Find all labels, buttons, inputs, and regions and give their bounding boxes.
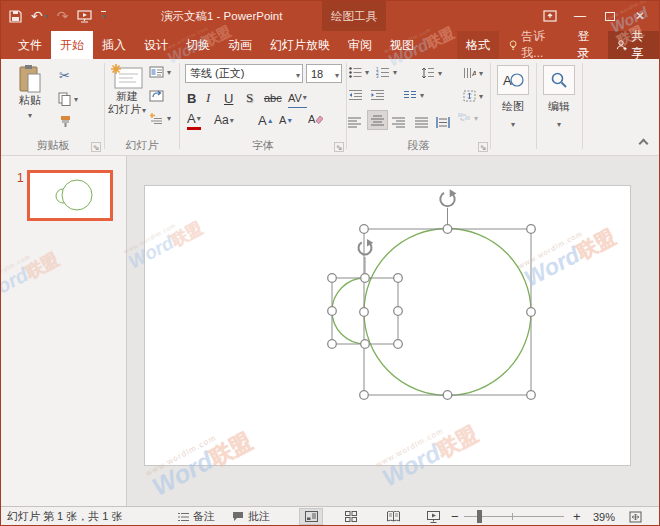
numbering-icon[interactable]: 123 [376, 67, 397, 78]
selection-handle[interactable] [527, 391, 536, 400]
share-button[interactable]: 共享 [608, 31, 659, 59]
large-circle-shape[interactable] [364, 229, 531, 396]
paragraph-group-label: 段落 [347, 138, 490, 153]
align-text-icon[interactable] [463, 90, 483, 102]
tab-file[interactable]: 文件 [9, 31, 51, 59]
tab-animations[interactable]: 动画 [219, 31, 261, 59]
align-center-icon[interactable] [367, 110, 388, 130]
justify-icon[interactable] [415, 112, 428, 132]
selection-handle[interactable] [527, 308, 536, 317]
selection-handle[interactable] [328, 274, 337, 283]
distribute-columns-icon[interactable] [436, 112, 450, 132]
decrease-indent-icon[interactable] [349, 90, 362, 100]
group-font: 等线 (正文) 18 B I U S abc AV A Aa A▲ A▼ A 字… [180, 59, 346, 155]
tab-review[interactable]: 审阅 [339, 31, 381, 59]
format-painter-icon[interactable] [59, 115, 72, 128]
slide-canvas[interactable] [127, 156, 660, 506]
save-icon[interactable] [9, 10, 22, 23]
editing-menu-button[interactable]: 编辑 [542, 65, 576, 130]
tab-design[interactable]: 设计 [135, 31, 177, 59]
italic-button[interactable]: I [206, 88, 210, 108]
comments-toggle[interactable]: 批注 [232, 507, 270, 526]
zoom-out-button[interactable]: − [451, 507, 459, 526]
text-direction-icon[interactable]: A [463, 67, 483, 79]
strikethrough-button[interactable]: abc [264, 88, 282, 108]
selection-handle[interactable] [328, 340, 337, 349]
zoom-slider-thumb[interactable] [477, 510, 482, 523]
slide-sorter-view-button[interactable] [339, 508, 363, 525]
new-slide-button[interactable]: 新建 幻灯片 [107, 64, 147, 117]
slideshow-view-button[interactable] [421, 508, 445, 525]
fit-to-window-button[interactable] [623, 508, 647, 525]
change-case-button[interactable]: Aa [214, 110, 234, 130]
undo-icon[interactable]: ↶ [31, 8, 48, 24]
bullets-icon[interactable] [349, 67, 369, 78]
paste-icon [18, 64, 42, 94]
increase-indent-icon[interactable] [371, 90, 384, 100]
copy-icon[interactable] [58, 92, 78, 106]
start-slideshow-icon[interactable] [77, 10, 92, 23]
paste-button[interactable]: 粘贴 [11, 64, 49, 121]
selection-handle[interactable] [394, 274, 403, 283]
window-controls: — ✕ [535, 1, 655, 31]
reset-slide-icon[interactable] [149, 89, 164, 102]
tab-insert[interactable]: 插入 [93, 31, 135, 59]
shrink-font-button[interactable]: A▼ [279, 110, 293, 130]
svg-text:3: 3 [376, 74, 379, 78]
zoom-level[interactable]: 39% [593, 507, 615, 526]
minimize-button[interactable]: — [565, 1, 595, 31]
close-button[interactable]: ✕ [625, 1, 655, 31]
grow-font-button[interactable]: A▲ [258, 110, 274, 130]
character-spacing-button[interactable]: AV [288, 88, 307, 108]
columns-icon[interactable] [403, 90, 424, 100]
selection-handle[interactable] [360, 391, 369, 400]
tab-slideshow[interactable]: 幻灯片放映 [261, 31, 339, 59]
text-shadow-button[interactable]: S [246, 88, 253, 108]
rotate-handle-icon[interactable] [440, 189, 456, 206]
selection-handle[interactable] [360, 308, 369, 317]
slide-layout-icon[interactable] [149, 66, 171, 78]
selection-handle[interactable] [443, 391, 452, 400]
ribbon-display-options-icon[interactable] [535, 1, 565, 31]
clipboard-dialog-launcher[interactable]: ⇘ [91, 142, 101, 152]
tell-me-box[interactable]: 告诉我... [505, 31, 563, 59]
customize-qat-icon[interactable] [101, 11, 105, 21]
align-left-icon[interactable] [348, 112, 361, 132]
tab-home[interactable]: 开始 [51, 31, 93, 59]
align-right-icon[interactable] [392, 112, 405, 132]
zoom-in-button[interactable]: + [573, 507, 581, 526]
font-name-combo[interactable]: 等线 (正文) [185, 64, 303, 83]
selection-handle[interactable] [527, 225, 536, 234]
font-color-button[interactable]: A [187, 110, 201, 130]
normal-view-button[interactable] [299, 508, 323, 525]
tab-view[interactable]: 视图 [381, 31, 423, 59]
font-size-combo[interactable]: 18 [306, 64, 342, 83]
selection-handle[interactable] [360, 225, 369, 234]
selection-handle[interactable] [394, 307, 403, 316]
maximize-button[interactable] [595, 1, 625, 31]
paragraph-dialog-launcher[interactable]: ⇘ [478, 142, 488, 152]
font-dialog-launcher[interactable]: ⇘ [334, 142, 344, 152]
clear-formatting-icon[interactable]: A [308, 112, 323, 126]
powerpoint-window: ↶ ↷ 演示文稿1 - PowerPoint 绘图工具 — ✕ 文件 开始 插入… [0, 0, 660, 526]
tab-transitions[interactable]: 切换 [177, 31, 219, 59]
selection-handle[interactable] [361, 340, 370, 349]
selection-handle[interactable] [361, 274, 370, 283]
notes-toggle[interactable]: 备注 [177, 507, 215, 526]
slide-counter[interactable]: 幻灯片 第 1 张，共 1 张 [7, 507, 123, 526]
tab-format[interactable]: 格式 [457, 31, 499, 59]
section-icon[interactable] [149, 112, 171, 124]
bold-button[interactable]: B [187, 88, 196, 108]
rotate-handle-icon[interactable] [359, 239, 374, 255]
collapse-ribbon-icon[interactable] [639, 139, 649, 149]
drawing-menu-button[interactable]: A 绘图 [496, 65, 530, 130]
selection-handle[interactable] [443, 225, 452, 234]
selection-handle[interactable] [328, 307, 337, 316]
selection-handle[interactable] [394, 340, 403, 349]
cut-icon[interactable]: ✂ [59, 68, 70, 83]
line-spacing-icon[interactable] [421, 67, 442, 79]
underline-button[interactable]: U [224, 88, 233, 108]
reading-view-button[interactable] [381, 508, 405, 525]
sign-in-button[interactable]: 登录 [571, 31, 603, 59]
slide-thumbnail[interactable] [27, 170, 113, 221]
